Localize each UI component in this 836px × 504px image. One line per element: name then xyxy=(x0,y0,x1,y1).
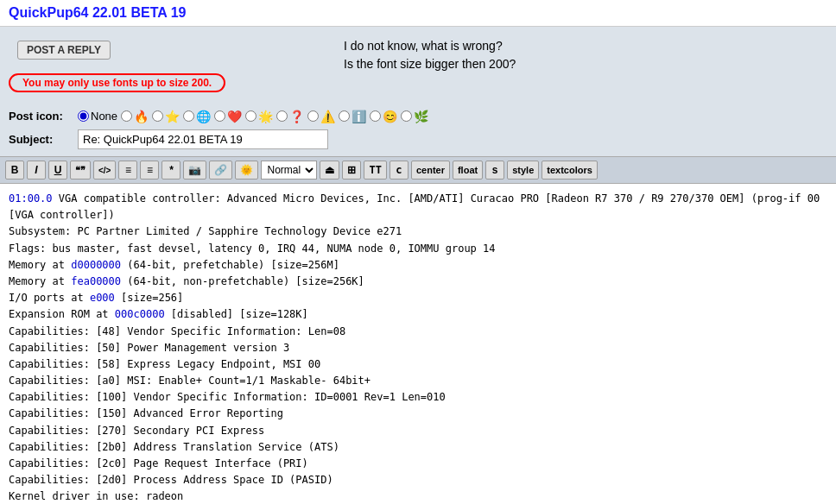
post-icon-row: Post icon: None 🔥 ⭐ 🌐 xyxy=(9,106,827,126)
tt-button[interactable]: TT xyxy=(364,161,386,180)
icon-options: None 🔥 ⭐ 🌐 ❤️ xyxy=(78,110,428,123)
post-reply-button[interactable]: POST A REPLY xyxy=(17,41,111,60)
font-size-select[interactable]: Tiny Small Normal Large Huge xyxy=(261,161,317,180)
subject-label: Subject: xyxy=(9,133,78,146)
question-icon: ❓ xyxy=(289,110,304,123)
icon-question-radio[interactable] xyxy=(276,110,288,122)
float-button[interactable]: float xyxy=(453,161,483,180)
link-button[interactable]: 🔗 xyxy=(209,161,232,180)
image-button[interactable]: 📷 xyxy=(183,161,206,180)
leaf-icon: 🌿 xyxy=(414,110,428,123)
table-button[interactable]: ⊞ xyxy=(342,161,361,180)
subject-row: Subject: xyxy=(9,126,827,153)
question-line1: I do not know, what is wrong? xyxy=(344,37,819,55)
content-line: 01:00.0 VGA compatible controller: Advan… xyxy=(9,191,827,224)
title-bar: QuickPup64 22.01 BETA 19 xyxy=(0,0,836,27)
icon-globe[interactable]: 🌐 xyxy=(183,110,211,123)
icon-smile-radio[interactable] xyxy=(370,110,381,122)
s-button[interactable]: s xyxy=(485,161,504,180)
content-line: Expansion ROM at 000c0000 [disabled] [si… xyxy=(9,306,827,323)
warning-icon: ⚠️ xyxy=(320,110,335,123)
heart-icon: ❤️ xyxy=(227,110,242,123)
icon-fire[interactable]: 🔥 xyxy=(121,110,149,123)
page-title: QuickPup64 22.01 BETA 19 xyxy=(9,5,186,20)
icon-smile[interactable]: 😊 xyxy=(370,110,397,123)
monitor-button[interactable]: ⏏ xyxy=(320,161,339,180)
content-line: Kernel driver in use: radeon xyxy=(9,488,827,504)
icon-heart-radio[interactable] xyxy=(214,110,225,122)
top-section: POST A REPLY You may only use fonts up t… xyxy=(0,27,836,103)
c-button[interactable]: c xyxy=(390,161,408,180)
icon-warning[interactable]: ⚠️ xyxy=(307,110,335,123)
star-icon: ⭐ xyxy=(165,110,180,123)
icon-sun[interactable]: 🌟 xyxy=(245,110,273,123)
icon-none[interactable]: None xyxy=(78,110,117,123)
content-line: Memory at fea00000 (64-bit, non-prefetch… xyxy=(9,274,827,290)
globe-icon: 🌐 xyxy=(196,110,211,123)
fire-icon: 🔥 xyxy=(134,110,149,123)
content-line: Capabilities: [2b0] Address Translation … xyxy=(9,439,827,456)
icon-globe-radio[interactable] xyxy=(183,110,194,122)
textcolors-button[interactable]: textcolors xyxy=(542,161,598,180)
asterisk-button[interactable]: * xyxy=(162,161,180,180)
left-controls: POST A REPLY You may only use fonts up t… xyxy=(0,30,328,99)
icon-sun-radio[interactable] xyxy=(245,110,256,122)
italic-button[interactable]: I xyxy=(27,161,46,180)
underline-button[interactable]: U xyxy=(48,161,67,180)
content-line: Capabilities: [50] Power Management vers… xyxy=(9,340,827,356)
icon-leaf-radio[interactable] xyxy=(401,110,412,122)
subject-input[interactable] xyxy=(78,129,328,149)
icon-leaf[interactable]: 🌿 xyxy=(401,110,428,123)
icon-question[interactable]: ❓ xyxy=(276,110,304,123)
icon-star-radio[interactable] xyxy=(152,110,163,122)
content-line: Memory at d0000000 (64-bit, prefetchable… xyxy=(9,257,827,274)
question-text: I do not know, what is wrong? Is the fon… xyxy=(335,30,836,80)
content-line: Capabilities: [58] Express Legacy Endpoi… xyxy=(9,356,827,373)
center-button[interactable]: center xyxy=(411,161,450,180)
icon-info-radio[interactable] xyxy=(339,110,350,122)
content-line: Capabilities: [2c0] Page Request Interfa… xyxy=(9,456,827,472)
content-line: Flags: bus master, fast devsel, latency … xyxy=(9,241,827,257)
content-area: 01:00.0 VGA compatible controller: Advan… xyxy=(0,184,836,504)
post-icon-label: Post icon: xyxy=(9,110,78,123)
content-line: Capabilities: [100] Vendor Specific Info… xyxy=(9,389,827,406)
bold-button[interactable]: B xyxy=(5,161,24,180)
content-line: I/O ports at e000 [size=256] xyxy=(9,290,827,306)
icon-star[interactable]: ⭐ xyxy=(152,110,180,123)
page-wrapper: QuickPup64 22.01 BETA 19 POST A REPLY Yo… xyxy=(0,0,836,504)
content-line: Capabilities: [48] Vendor Specific Infor… xyxy=(9,324,827,340)
icon-none-label: None xyxy=(91,110,117,123)
question-line2: Is the font size bigger then 200? xyxy=(344,55,819,73)
icon-fire-radio[interactable] xyxy=(121,110,132,122)
list-ordered-button[interactable]: ≡ xyxy=(140,161,159,180)
code-inline-button[interactable]: </> xyxy=(93,161,116,180)
color-button[interactable]: 🌞 xyxy=(235,161,258,180)
info-icon: ℹ️ xyxy=(352,110,366,123)
list-unordered-button[interactable]: ≡ xyxy=(118,161,137,180)
icon-info[interactable]: ℹ️ xyxy=(339,110,366,123)
form-section: Post icon: None 🔥 ⭐ 🌐 xyxy=(0,103,836,156)
content-line: Subsystem: PC Partner Limited / Sapphire… xyxy=(9,224,827,240)
content-line: Capabilities: [2d0] Process Address Spac… xyxy=(9,472,827,488)
quote-button[interactable]: ❝❞ xyxy=(70,161,91,180)
toolbar: B I U ❝❞ </> ≡ ≡ * 📷 🔗 🌞 Tiny Small Norm… xyxy=(0,156,836,184)
sun-icon: 🌟 xyxy=(258,110,273,123)
icon-none-radio[interactable] xyxy=(78,110,89,122)
warning-text: You may only use fonts up to size 200. xyxy=(9,73,225,92)
content-line: Capabilities: [a0] MSI: Enable+ Count=1/… xyxy=(9,373,827,389)
smile-icon: 😊 xyxy=(383,110,397,123)
icon-warning-radio[interactable] xyxy=(307,110,319,122)
icon-heart[interactable]: ❤️ xyxy=(214,110,242,123)
content-line: Capabilities: [150] Advanced Error Repor… xyxy=(9,406,827,422)
content-line: Capabilities: [270] Secondary PCI Expres… xyxy=(9,423,827,439)
style-button[interactable]: style xyxy=(507,161,539,180)
